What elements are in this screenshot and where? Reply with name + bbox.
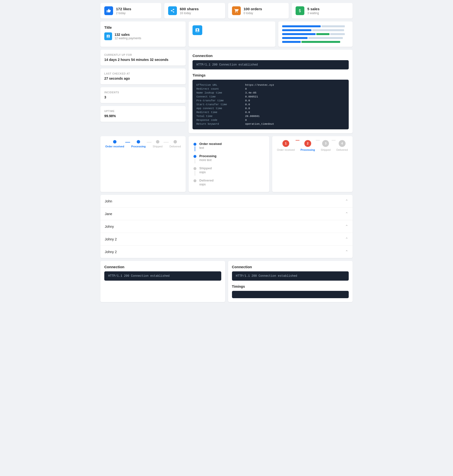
accordion-header-4[interactable]: Johny 2 ⌃ (100, 246, 353, 258)
t-key-8: Total time (196, 114, 245, 118)
vstep-dot-3 (193, 179, 196, 182)
accordion-name-2: Johny (105, 225, 114, 228)
accordion-item-2: Johny ⌃ (100, 220, 353, 233)
sales-icon (296, 6, 304, 15)
vstep-content-3: Delivered oops (199, 179, 214, 186)
bar-row-0 (282, 25, 349, 27)
bar-seg (301, 41, 340, 43)
bar-seg (312, 29, 344, 31)
vstep-2: Shipped oops (193, 166, 264, 176)
bottom-card-0: Connection HTTP/1.1 200 Connection estab… (100, 261, 225, 302)
step-dot-1 (137, 140, 140, 143)
accordion-section: John ⌃ Jane ⌃ Johny ⌃ Johny 2 ⌃ Johny 2 (100, 195, 353, 258)
vstep-0: Order received text (193, 142, 264, 151)
vstep-title-0: Order received (199, 142, 222, 146)
accordion-header-2[interactable]: Johny ⌃ (100, 220, 353, 233)
step-item-3: Delivered (170, 140, 181, 148)
bar-seg (282, 41, 301, 43)
likes-main: 172 likes (116, 7, 131, 11)
title-item-icon (104, 32, 112, 40)
vstep-1: Processing more text (193, 154, 264, 163)
step-label-3: Delivered (170, 145, 181, 148)
vstep-text-1: more text (199, 158, 216, 162)
vstep-dot-2 (193, 167, 196, 170)
timing-row-9: Response code0 (196, 118, 345, 122)
timing-row-2: Name lookup time3.4e-05 (196, 91, 345, 95)
bottom-terminal-0: HTTP/1.1 200 Connection established (104, 271, 221, 281)
horizontal-stepper: Order received Processing Shipped Delive… (105, 140, 181, 148)
title-item-info: 132 sales 12 waiting payments (115, 33, 141, 40)
bottom-timings-terminal (232, 291, 349, 298)
shares-icon (168, 6, 177, 15)
incidents-card: INCIDENTS 3 (100, 87, 186, 103)
t-val-4: 0.0 (245, 99, 250, 103)
bar-row-3 (282, 37, 349, 39)
accordion-item-0: John ⌃ (100, 195, 353, 208)
n-step-2: 3 Shipped (321, 140, 330, 151)
bottom-card-1: Connection HTTP/1.1 200 Connection estab… (228, 261, 353, 302)
likes-sub: 2 today (116, 11, 131, 15)
incidents-label: INCIDENTS (104, 91, 182, 94)
chevron-up-icon-2: ⌃ (345, 224, 348, 229)
title-card: Title 132 sales 12 waiting payments (100, 21, 186, 47)
vstep-3: Delivered oops (193, 179, 264, 186)
n-step-circle-2: 3 (322, 140, 329, 147)
chevron-up-icon-1: ⌃ (345, 211, 348, 216)
t-key-0: Effective URL (196, 83, 245, 87)
t-key-2: Name lookup time (196, 91, 245, 95)
orders-sub: 0 today (244, 11, 262, 15)
t-val-0: https://evotec.xyz (245, 83, 274, 87)
t-val-7: 0.0 (245, 110, 250, 114)
last-checked-card: LAST CHECKED AT 27 seconds ago (100, 68, 186, 84)
timing-row-8: Total time28.000601 (196, 114, 345, 118)
step-dot-0 (113, 140, 116, 143)
timings-table: Effective URLhttps://evotec.xyz Redirect… (196, 83, 345, 126)
n-step-3: 4 Delivered (337, 140, 348, 151)
t-key-9: Response code (196, 118, 245, 122)
accordion-name-4: Johny 2 (105, 250, 117, 254)
n-step-circle-1: 2 (304, 140, 311, 147)
vstep-text-0: text (199, 146, 222, 150)
tracking-row: Order received Processing Shipped Delive… (100, 136, 353, 192)
vertical-steps: Order received text Processing more text (193, 140, 264, 188)
accordion-name-0: John (105, 199, 112, 203)
currently-up-card: CURRENTLY UP FOR 14 days 2 hours 54 minu… (100, 50, 186, 66)
n-step-0: 1 Order received (277, 140, 295, 151)
bar-seg (308, 37, 343, 39)
accordion-header-1[interactable]: Jane ⌃ (100, 208, 353, 220)
n-step-label-0: Order received (277, 148, 295, 151)
accordion-header-3[interactable]: Johny 2 ⌃ (100, 233, 353, 245)
sales-main: 5 sales (307, 7, 319, 11)
stat-card-sales: 5 sales 3 waiting (292, 3, 353, 19)
accordion-header-0[interactable]: John ⌃ (100, 195, 353, 207)
n-step-circle-0: 1 (282, 140, 289, 147)
vstep-line-1 (195, 159, 195, 163)
stats-row: 172 likes 2 today 600 shares 16 today 10… (100, 3, 353, 19)
accordion-name-3: Johny 2 (105, 237, 117, 241)
currently-up-value: 14 days 2 hours 54 minutes 32 seconds (104, 58, 182, 62)
timing-row-7: Redirect time0.0 (196, 110, 345, 114)
n-step-line-1 (316, 140, 320, 141)
last-checked-value: 27 seconds ago (104, 76, 182, 80)
stat-card-orders: 100 orders 0 today (228, 3, 289, 19)
n-step-line-2 (332, 140, 336, 141)
bar-seg (282, 25, 321, 27)
stepper-line-2 (164, 142, 169, 143)
bottom-connection-title-1: Connection (232, 265, 349, 269)
vstep-dot-col-1 (193, 154, 196, 163)
bar-seg (330, 33, 345, 35)
bottom-terminal-1: HTTP/1.1 200 Connection established (232, 271, 349, 281)
teal-icon-box (193, 25, 202, 35)
step-label-0: Order received (105, 145, 124, 148)
t-key-1: Redirect count (196, 87, 245, 91)
numbered-stepper-card: 1 Order received 2 Processing 3 Shipped … (272, 136, 353, 192)
t-val-10: operation_timedout (245, 122, 274, 126)
bottom-timings-title: Timings (232, 285, 349, 288)
stat-card-likes: 172 likes 2 today (100, 3, 161, 19)
vstep-title-2: Shipped (199, 166, 212, 170)
stat-info-sales: 5 sales 3 waiting (307, 7, 319, 15)
bar-seg (282, 29, 311, 31)
timing-row-6: App connect time0.0 (196, 106, 345, 110)
accordion-item-3: Johny 2 ⌃ (100, 233, 353, 246)
vstep-dot-col-0 (193, 142, 196, 151)
